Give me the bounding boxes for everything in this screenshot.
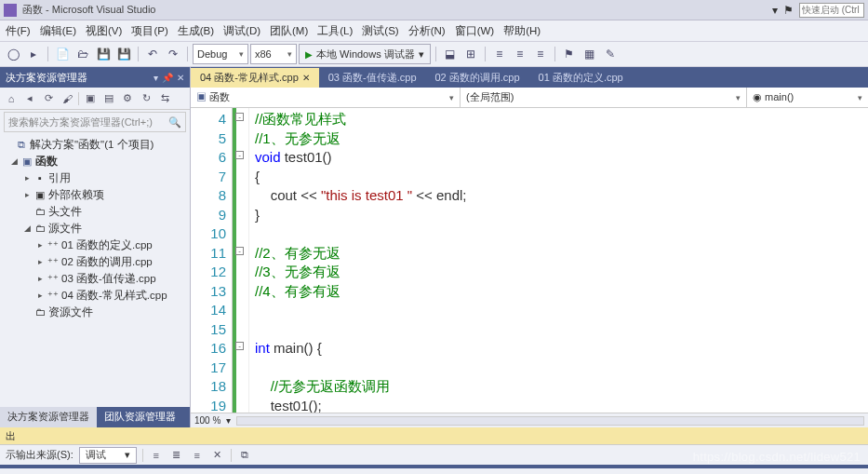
- window-title: 函数 - Microsoft Visual Studio: [22, 3, 772, 17]
- brush-icon[interactable]: 🖌: [60, 91, 74, 106]
- menu-window[interactable]: 窗口(W): [455, 24, 495, 38]
- out-icon-3[interactable]: ≡: [190, 448, 205, 463]
- source-node[interactable]: 源文件: [48, 222, 82, 236]
- project-scope-dropdown[interactable]: ▣ 函数▾: [191, 88, 461, 107]
- menu-analyze[interactable]: 分析(N): [408, 24, 446, 38]
- start-debug-button[interactable]: ▶本地 Windows 调试器▾: [299, 44, 431, 64]
- panel-title-bar: 决方案资源管理器 ▾📌✕: [0, 67, 190, 88]
- solution-tree[interactable]: ⧉解决方案"函数"(1 个项目) ◢▣函数 ▸▪引用 ▸▣外部依赖项 🗀头文件 …: [0, 134, 190, 407]
- output-source-label: 示输出来源(S):: [6, 448, 73, 462]
- fold-icon[interactable]: -: [235, 342, 244, 350]
- config-dropdown[interactable]: Debug▾: [193, 44, 248, 64]
- menu-help[interactable]: 帮助(H): [503, 24, 541, 38]
- file-node[interactable]: 04 函数-常见样式.cpp: [61, 289, 167, 303]
- editor-tab-4[interactable]: 01 函数的定义.cpp: [529, 68, 633, 88]
- new-button[interactable]: 📄: [53, 44, 72, 64]
- platform-dropdown[interactable]: x86▾: [250, 44, 297, 64]
- menu-bar: 件(F) 编辑(E) 视图(V) 项目(P) 生成(B) 调试(D) 团队(M)…: [0, 20, 868, 41]
- editor-area: 04 函数-常见样式.cpp✕ 03 函数-值传递.cpp 02 函数的调用.c…: [191, 67, 868, 427]
- tab-solution-explorer[interactable]: 决方案资源管理器: [0, 407, 97, 427]
- tool-icon-1[interactable]: ⬓: [441, 44, 460, 64]
- redo-button[interactable]: ↷: [164, 44, 182, 64]
- search-input[interactable]: 搜索解决方案资源管理器(Ctrl+;) 🔍: [4, 112, 186, 132]
- undo-button[interactable]: ↶: [143, 44, 162, 64]
- save-all-button[interactable]: 💾: [114, 44, 133, 64]
- menu-team[interactable]: 团队(M): [270, 24, 308, 38]
- status-bar: [0, 465, 868, 468]
- props-icon[interactable]: ⚙: [120, 91, 135, 106]
- panel-toolbar: ⌂ ◂ ⟳ 🖌 ▣ ▤ ⚙ ↻ ⇆: [0, 88, 190, 110]
- vs-logo-icon: [4, 4, 17, 17]
- tool-icon-7[interactable]: ▦: [581, 44, 599, 64]
- main-area: 决方案资源管理器 ▾📌✕ ⌂ ◂ ⟳ 🖌 ▣ ▤ ⚙ ↻ ⇆ 搜索解决方案资源管…: [0, 67, 868, 427]
- zoom-chev-icon[interactable]: ▾: [226, 415, 231, 426]
- tool-icon-8[interactable]: ✎: [601, 44, 620, 64]
- tool-icon-5[interactable]: ≡: [531, 44, 550, 64]
- dropdown-icon[interactable]: ▾: [154, 73, 158, 83]
- toggle-icon[interactable]: ⇆: [157, 91, 172, 106]
- open-button[interactable]: 🗁: [73, 44, 92, 64]
- close-icon[interactable]: ✕: [302, 73, 310, 83]
- out-icon-2[interactable]: ≣: [169, 448, 184, 463]
- pin-icon[interactable]: 📌: [162, 73, 173, 83]
- collapse-icon[interactable]: ▣: [83, 91, 98, 106]
- editor-tab-3[interactable]: 02 函数的调用.cpp: [426, 68, 529, 88]
- save-button[interactable]: 💾: [94, 44, 113, 64]
- tool-icon-6[interactable]: ⚑: [560, 44, 579, 64]
- zoom-dropdown[interactable]: 100 %: [194, 415, 220, 426]
- tool-icon-3[interactable]: ≡: [490, 44, 509, 64]
- close-icon[interactable]: ✕: [177, 73, 184, 83]
- member-dropdown[interactable]: ◉ main()▾: [747, 88, 868, 107]
- quick-launch-input[interactable]: [799, 3, 864, 18]
- menu-project[interactable]: 项目(P): [131, 24, 167, 38]
- project-node[interactable]: 函数: [35, 155, 58, 169]
- back-icon[interactable]: ◂: [22, 91, 37, 106]
- file-node[interactable]: 03 函数-值传递.cpp: [61, 272, 156, 286]
- code-lines[interactable]: //函数常见样式 //1、无参无返 void test01() { cout <…: [249, 108, 868, 413]
- solution-explorer: 决方案资源管理器 ▾📌✕ ⌂ ◂ ⟳ 🖌 ▣ ▤ ⚙ ↻ ⇆ 搜索解决方案资源管…: [0, 67, 191, 427]
- out-icon-4[interactable]: ✕: [210, 448, 225, 463]
- panel-title: 决方案资源管理器: [6, 71, 87, 85]
- refresh-icon[interactable]: ↻: [139, 91, 154, 106]
- tool-icon-4[interactable]: ≡: [511, 44, 529, 64]
- code-editor[interactable]: 45678910 11121314151617 181920 - - - - /…: [191, 108, 868, 413]
- sync-icon[interactable]: ⟳: [41, 91, 56, 106]
- menu-view[interactable]: 视图(V): [86, 24, 122, 38]
- line-gutter: 45678910 11121314151617 181920: [191, 108, 233, 413]
- tool-icon-2[interactable]: ⊞: [461, 44, 480, 64]
- file-node[interactable]: 02 函数的调用.cpp: [61, 255, 153, 269]
- fold-icon[interactable]: -: [235, 113, 244, 121]
- output-panel-title[interactable]: 出: [0, 427, 868, 444]
- show-all-icon[interactable]: ▤: [101, 91, 116, 106]
- fold-icon[interactable]: -: [235, 151, 244, 159]
- file-node[interactable]: 01 函数的定义.cpp: [61, 238, 153, 252]
- editor-tab-1[interactable]: 04 函数-常见样式.cpp✕: [191, 68, 319, 88]
- search-placeholder: 搜索解决方案资源管理器(Ctrl+;): [8, 115, 153, 129]
- output-source-dropdown[interactable]: 调试▾: [79, 447, 137, 464]
- notify-icon[interactable]: ▾: [772, 4, 778, 17]
- out-icon-5[interactable]: ⧉: [237, 448, 252, 463]
- h-scrollbar[interactable]: [236, 416, 864, 426]
- menu-file[interactable]: 件(F): [6, 24, 31, 38]
- solution-node[interactable]: 解决方案"函数"(1 个项目): [30, 138, 154, 152]
- menu-debug[interactable]: 调试(D): [223, 24, 260, 38]
- nav-fwd-button[interactable]: ▸: [24, 44, 43, 64]
- editor-tab-2[interactable]: 03 函数-值传递.cpp: [319, 68, 426, 88]
- nav-back-button[interactable]: ◯: [4, 44, 22, 64]
- references-node[interactable]: 引用: [48, 171, 71, 185]
- headers-node[interactable]: 头文件: [48, 205, 82, 219]
- menu-tools[interactable]: 工具(L): [317, 24, 353, 38]
- external-deps-node[interactable]: 外部依赖项: [48, 188, 104, 202]
- out-icon-1[interactable]: ≡: [149, 448, 164, 463]
- search-icon: 🔍: [168, 116, 181, 129]
- menu-build[interactable]: 生成(B): [178, 24, 214, 38]
- home-icon[interactable]: ⌂: [4, 91, 19, 106]
- fold-icon[interactable]: -: [235, 247, 244, 255]
- menu-edit[interactable]: 编辑(E): [40, 24, 76, 38]
- fold-margin[interactable]: - - - -: [233, 108, 249, 413]
- flag-icon[interactable]: ⚑: [783, 4, 794, 17]
- resources-node[interactable]: 资源文件: [48, 305, 93, 319]
- scope-dropdown[interactable]: (全局范围)▾: [461, 88, 747, 107]
- menu-test[interactable]: 测试(S): [362, 24, 398, 38]
- tab-team-explorer[interactable]: 团队资源管理器: [97, 407, 183, 427]
